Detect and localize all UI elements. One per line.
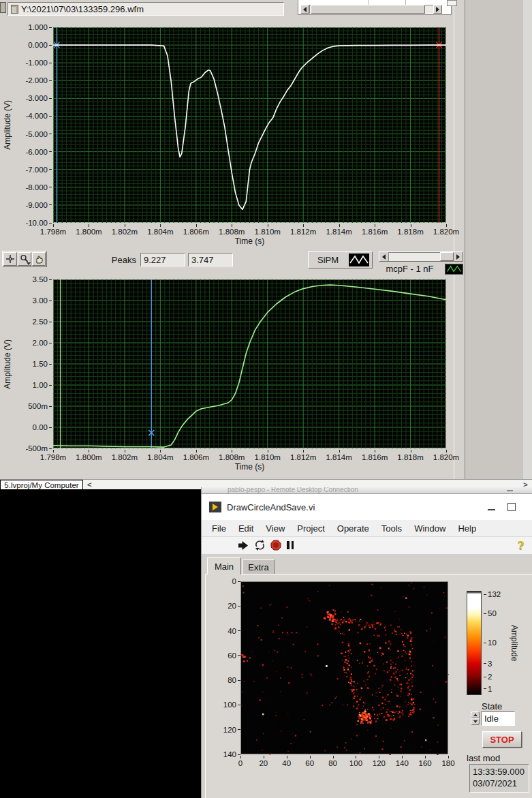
tab-main[interactable]: Main xyxy=(207,557,241,574)
legend-scroll-right-button[interactable] xyxy=(454,252,463,261)
y-tick-label: -1.000 xyxy=(25,59,52,67)
graph2-plot-legend[interactable]: mcpF - 1 nF xyxy=(379,262,463,275)
x-tick-mark xyxy=(125,224,125,227)
run-continuous-icon xyxy=(254,540,266,551)
intensity-x-tick-labels: 020406080100120140160180 xyxy=(240,756,448,768)
x-tick-mark xyxy=(160,224,161,227)
legend-scroll-left-button[interactable] xyxy=(379,252,388,261)
x-tick-label: 1.816m xyxy=(362,228,388,236)
increment-button[interactable] xyxy=(471,711,480,718)
y-tick-label: -8.000 xyxy=(25,183,52,191)
peak1-field[interactable]: 9.227 xyxy=(140,253,185,266)
menu-item-view[interactable]: View xyxy=(260,521,291,536)
run-continuous-button[interactable] xyxy=(254,540,266,553)
down-arrow-icon xyxy=(473,720,478,723)
menu-item-operate[interactable]: Operate xyxy=(331,521,375,536)
state-spinner[interactable] xyxy=(471,711,480,726)
menu-item-help[interactable]: Help xyxy=(452,521,482,536)
x-tick-label: 1.808m xyxy=(219,453,245,461)
screen: Y:\2021\07\03\133359.296.wfm Amplitude (… xyxy=(0,0,532,798)
x-tick-mark xyxy=(53,450,54,452)
x-tick-label: 1.818m xyxy=(397,228,423,236)
x-tick-mark xyxy=(448,756,449,758)
listbox-column-divider xyxy=(369,0,369,5)
y-tick-label: 40 xyxy=(228,627,240,635)
pan-tool-button[interactable] xyxy=(32,252,46,266)
y-tick-label: 120 xyxy=(223,726,240,734)
x-tick-label: 1.812m xyxy=(290,453,316,461)
file-path-text: Y:\2021\07\03\133359.296.wfm xyxy=(21,4,144,14)
intensity-plot-area[interactable] xyxy=(240,581,448,754)
y-tick-label: 1.00 xyxy=(33,381,52,389)
state-enum-field[interactable]: Idle xyxy=(481,711,515,726)
x-tick-label: 1.820m xyxy=(433,453,459,461)
x-tick-label: 1.802m xyxy=(112,228,138,236)
rdp-title: pablo-pespo - Remote Desktop Connection xyxy=(228,487,358,493)
stop-button[interactable]: STOP xyxy=(482,731,522,748)
zoom-dropdown-icon xyxy=(27,262,31,265)
intensity-y-tick-labels: 020406080100120140 xyxy=(215,581,240,754)
pause-bar xyxy=(292,541,294,549)
colorbar-axis-title: Amplitude xyxy=(510,591,519,695)
colorbar-tick-label: 132 xyxy=(484,590,501,598)
x-tick-mark xyxy=(310,756,311,758)
graph1-svg xyxy=(53,27,446,223)
x-tick-label: 1.820m xyxy=(433,228,459,236)
graph2-plot-area[interactable] xyxy=(53,279,446,448)
x-tick-label: 120 xyxy=(373,759,386,767)
labview-arrow-glyph xyxy=(213,504,218,510)
graph1-plot-legend[interactable]: SiPM xyxy=(308,251,373,268)
y-tick-label: 3.00 xyxy=(33,296,52,305)
run-button[interactable] xyxy=(238,540,250,553)
zoom-tool-button[interactable] xyxy=(18,252,31,266)
context-help-button[interactable]: ? xyxy=(518,539,524,552)
file-path-input[interactable]: Y:\2021\07\03\133359.296.wfm xyxy=(7,2,284,16)
project-context-tab[interactable]: 5.lvproj/My Computer xyxy=(0,480,83,490)
graph2-legend-label: mcpF - 1 nF xyxy=(379,264,441,274)
legend-scroll-thumb[interactable] xyxy=(440,252,454,261)
left-arrow-icon xyxy=(303,7,307,12)
x-tick-label: 1.806m xyxy=(183,228,209,236)
legend-scrollbar[interactable] xyxy=(379,251,463,262)
minimize-icon[interactable] xyxy=(488,509,495,510)
graph1-plot-area[interactable] xyxy=(53,27,446,223)
x-tick-mark xyxy=(379,756,379,758)
labview-app-icon xyxy=(209,502,221,512)
peak1-value: 9.227 xyxy=(144,255,166,265)
path-edge-icon xyxy=(0,2,6,13)
x-tick-mark xyxy=(196,450,197,452)
y-tick-label: 60 xyxy=(228,651,240,660)
scroll-track[interactable] xyxy=(309,5,433,14)
white-waveform-icon xyxy=(349,254,369,266)
menu-item-file[interactable]: File xyxy=(206,521,232,536)
listbox-hscrollbar[interactable] xyxy=(300,5,442,14)
maximize-icon[interactable] xyxy=(507,503,516,511)
x-tick-mark xyxy=(196,224,197,227)
scroll-left-button[interactable] xyxy=(300,5,309,14)
y-tick-label: 80 xyxy=(228,676,240,684)
graph1-legend-label: SiPM xyxy=(311,255,345,265)
legend-scroll-track[interactable] xyxy=(388,252,454,261)
x-tick-mark xyxy=(268,224,268,227)
menu-item-edit[interactable]: Edit xyxy=(232,521,260,536)
project-tab-label: 5.lvproj/My Computer xyxy=(4,481,78,489)
vi-titlebar[interactable]: DrawCircleAndSave.vi xyxy=(202,494,532,520)
y-tick-label: -10.00 xyxy=(25,219,52,227)
scroll-right-button[interactable] xyxy=(433,5,442,14)
scroll-thumb[interactable] xyxy=(311,5,425,14)
x-tick-mark xyxy=(375,224,375,227)
desktop-gap-light xyxy=(523,0,532,479)
peak2-field[interactable]: 3.747 xyxy=(188,253,233,266)
crosshair-icon xyxy=(5,254,15,264)
abort-button[interactable] xyxy=(270,540,281,553)
rdp-minimize-icon[interactable] xyxy=(507,490,513,491)
colorbar-tick-label: 2 xyxy=(484,673,492,681)
decrement-button[interactable] xyxy=(471,718,480,725)
tab-extra[interactable]: Extra xyxy=(242,559,275,574)
menu-item-tools[interactable]: Tools xyxy=(375,521,408,536)
menu-item-window[interactable]: Window xyxy=(408,521,452,536)
menu-item-project[interactable]: Project xyxy=(291,521,330,536)
project-scroll-left[interactable]: < xyxy=(87,480,92,489)
cursor-move-tool-button[interactable] xyxy=(3,252,17,266)
pause-button[interactable] xyxy=(287,541,294,549)
